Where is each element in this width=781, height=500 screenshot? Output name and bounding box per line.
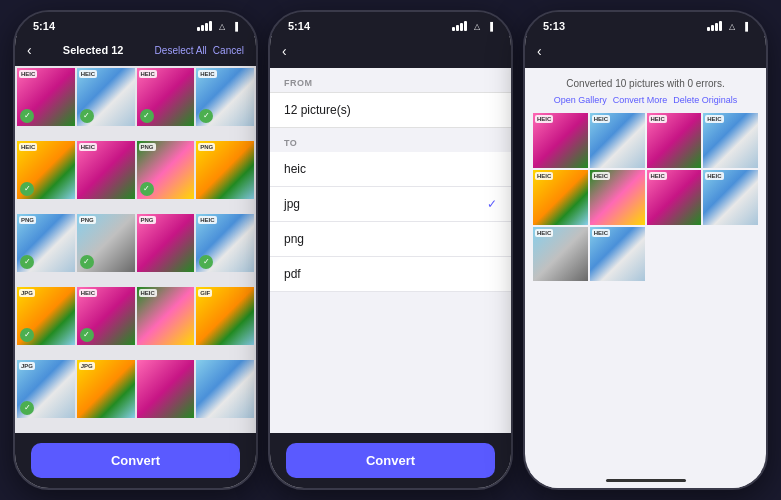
back-button-1[interactable]: ‹ bbox=[27, 42, 32, 58]
signal-icon-3 bbox=[707, 21, 722, 31]
signal-icon-2 bbox=[452, 21, 467, 31]
photo-type-badge: JPG bbox=[19, 289, 35, 297]
result-badge: HEIC bbox=[592, 115, 610, 123]
back-button-3[interactable]: ‹ bbox=[537, 43, 542, 59]
format-label-jpg: jpg bbox=[284, 197, 300, 211]
format-option-heic[interactable]: heic ✓ bbox=[270, 152, 511, 187]
convert-bar-1: Convert bbox=[15, 433, 256, 488]
photo-check: ✓ bbox=[20, 182, 34, 196]
result-cell[interactable]: HEIC bbox=[703, 170, 758, 225]
from-value: 12 picture(s) bbox=[270, 92, 511, 128]
screen3-header: ‹ bbox=[525, 36, 766, 68]
photo-cell[interactable]: PNG ✓ bbox=[77, 214, 135, 272]
status-time-1: 5:14 bbox=[33, 20, 55, 32]
result-actions: Open Gallery Convert More Delete Origina… bbox=[554, 95, 738, 105]
photo-type-badge: PNG bbox=[198, 143, 215, 151]
result-badge: HEIC bbox=[649, 172, 667, 180]
format-option-jpg[interactable]: jpg ✓ bbox=[270, 187, 511, 222]
photo-cell[interactable]: PNG bbox=[137, 214, 195, 272]
photo-type-badge: HEIC bbox=[198, 70, 216, 78]
format-form: FROM 12 picture(s) TO heic ✓ jpg ✓ png ✓… bbox=[270, 68, 511, 433]
result-badge: HEIC bbox=[592, 229, 610, 237]
phone-3: 5:13 △ ▐ ‹ Converted 10 pictures with 0 … bbox=[523, 10, 768, 490]
header-actions: Deselect All Cancel bbox=[155, 45, 244, 56]
result-badge: HEIC bbox=[649, 115, 667, 123]
result-message: Converted 10 pictures with 0 errors. bbox=[566, 78, 724, 89]
photo-cell[interactable]: HEIC bbox=[137, 287, 195, 345]
photo-cell[interactable]: PNG ✓ bbox=[137, 141, 195, 199]
photo-type-badge: HEIC bbox=[79, 143, 97, 151]
photo-type-badge: GIF bbox=[198, 289, 212, 297]
photo-cell[interactable]: HEIC ✓ bbox=[77, 68, 135, 126]
result-cell[interactable]: HEIC bbox=[590, 113, 645, 168]
wifi-icon-2: △ bbox=[474, 22, 480, 31]
result-cell[interactable]: HEIC bbox=[647, 113, 702, 168]
photo-cell[interactable]: PNG bbox=[196, 141, 254, 199]
photo-cell[interactable]: HEIC ✓ bbox=[77, 287, 135, 345]
status-bar-3: 5:13 △ ▐ bbox=[525, 12, 766, 36]
status-bar-2: 5:14 △ ▐ bbox=[270, 12, 511, 36]
open-gallery-button[interactable]: Open Gallery bbox=[554, 95, 607, 105]
photo-check: ✓ bbox=[20, 109, 34, 123]
result-cell[interactable]: HEIC bbox=[703, 113, 758, 168]
photo-check: ✓ bbox=[20, 401, 34, 415]
photo-type-badge: PNG bbox=[139, 143, 156, 151]
to-label: TO bbox=[270, 128, 511, 152]
screen-1: ‹ Selected 12 Deselect All Cancel HEIC ✓… bbox=[15, 36, 256, 488]
photo-type-badge: HEIC bbox=[198, 216, 216, 224]
cancel-button[interactable]: Cancel bbox=[213, 45, 244, 56]
photo-grid: HEIC ✓ HEIC ✓ HEIC ✓ HEIC ✓ HEIC ✓ HEIC bbox=[15, 66, 256, 433]
delete-originals-button[interactable]: Delete Originals bbox=[673, 95, 737, 105]
screen-2: ‹ FROM 12 picture(s) TO heic ✓ jpg ✓ png… bbox=[270, 36, 511, 488]
status-bar-1: 5:14 △ ▐ bbox=[15, 12, 256, 36]
phone-1: 5:14 △ ▐ ‹ Selected 12 Deselect All Canc… bbox=[13, 10, 258, 490]
format-option-png[interactable]: png ✓ bbox=[270, 222, 511, 257]
photo-type-badge: HEIC bbox=[139, 289, 157, 297]
deselect-all-button[interactable]: Deselect All bbox=[155, 45, 207, 56]
photo-cell[interactable] bbox=[137, 360, 195, 418]
photo-type-badge: JPG bbox=[79, 362, 95, 370]
photo-cell[interactable]: HEIC ✓ bbox=[17, 141, 75, 199]
screen-3: ‹ Converted 10 pictures with 0 errors. O… bbox=[525, 36, 766, 488]
photo-check: ✓ bbox=[140, 109, 154, 123]
convert-button-1[interactable]: Convert bbox=[31, 443, 240, 478]
format-label-png: png bbox=[284, 232, 304, 246]
photo-cell[interactable] bbox=[196, 360, 254, 418]
battery-icon-2: ▐ bbox=[487, 22, 493, 31]
photo-cell[interactable]: PNG ✓ bbox=[17, 214, 75, 272]
photo-cell[interactable]: HEIC ✓ bbox=[17, 68, 75, 126]
phone-2: 5:14 △ ▐ ‹ FROM 12 picture(s) TO heic ✓ bbox=[268, 10, 513, 490]
photo-check: ✓ bbox=[80, 328, 94, 342]
photo-type-badge: HEIC bbox=[139, 70, 157, 78]
screen2-header: ‹ bbox=[270, 36, 511, 68]
photo-type-badge: HEIC bbox=[79, 289, 97, 297]
result-grid: HEIC HEIC HEIC HEIC HEIC HEIC HE bbox=[533, 113, 758, 281]
photo-cell[interactable]: JPG ✓ bbox=[17, 360, 75, 418]
status-icons-3: △ ▐ bbox=[707, 21, 748, 31]
convert-more-button[interactable]: Convert More bbox=[613, 95, 668, 105]
photo-check: ✓ bbox=[199, 109, 213, 123]
photo-cell[interactable]: HEIC ✓ bbox=[196, 214, 254, 272]
back-button-2[interactable]: ‹ bbox=[282, 43, 287, 59]
photo-cell[interactable]: GIF bbox=[196, 287, 254, 345]
result-badge: HEIC bbox=[535, 172, 553, 180]
photo-check: ✓ bbox=[20, 328, 34, 342]
photo-cell[interactable]: JPG ✓ bbox=[17, 287, 75, 345]
result-cell[interactable]: HEIC bbox=[533, 227, 588, 282]
result-cell[interactable]: HEIC bbox=[590, 170, 645, 225]
home-bar bbox=[606, 479, 686, 482]
photo-cell[interactable]: HEIC ✓ bbox=[196, 68, 254, 126]
format-option-pdf[interactable]: pdf ✓ bbox=[270, 257, 511, 292]
result-cell[interactable]: HEIC bbox=[533, 170, 588, 225]
photo-cell[interactable]: HEIC bbox=[77, 141, 135, 199]
result-cell[interactable]: HEIC bbox=[590, 227, 645, 282]
photo-cell[interactable]: JPG bbox=[77, 360, 135, 418]
result-cell[interactable]: HEIC bbox=[647, 170, 702, 225]
status-icons-1: △ ▐ bbox=[197, 21, 238, 31]
status-icons-2: △ ▐ bbox=[452, 21, 493, 31]
battery-icon-3: ▐ bbox=[742, 22, 748, 31]
convert-button-2[interactable]: Convert bbox=[286, 443, 495, 478]
result-cell[interactable]: HEIC bbox=[533, 113, 588, 168]
photo-cell[interactable]: HEIC ✓ bbox=[137, 68, 195, 126]
photo-check: ✓ bbox=[199, 255, 213, 269]
